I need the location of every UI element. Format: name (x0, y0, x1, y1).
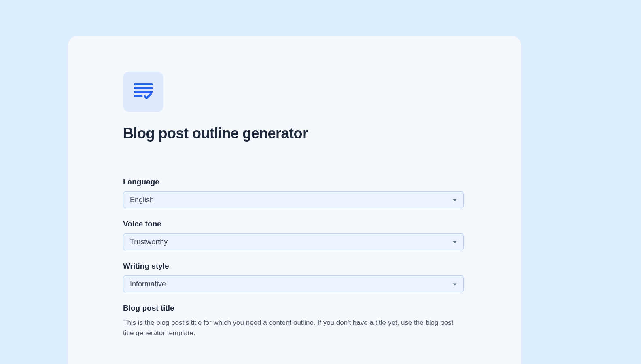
page-title: Blog post outline generator (123, 125, 473, 142)
voice-tone-selected-value: Trustworthy (130, 238, 168, 246)
writing-style-selected-value: Informative (130, 280, 166, 288)
blog-title-field: Blog post title This is the blog post's … (123, 304, 473, 338)
voice-tone-field: Voice tone Trustworthy (123, 220, 473, 250)
language-select-wrapper: English (123, 191, 464, 208)
voice-tone-select[interactable]: Trustworthy (123, 233, 464, 250)
outline-checklist-icon (133, 81, 153, 103)
app-icon-container (123, 72, 163, 112)
voice-tone-select-wrapper: Trustworthy (123, 233, 464, 250)
generator-card: Blog post outline generator Language Eng… (68, 36, 522, 364)
writing-style-select[interactable]: Informative (123, 275, 464, 292)
language-select[interactable]: English (123, 191, 464, 208)
writing-style-label: Writing style (123, 262, 473, 271)
writing-style-field: Writing style Informative (123, 262, 473, 292)
blog-title-label: Blog post title (123, 304, 473, 313)
language-label: Language (123, 178, 473, 186)
writing-style-select-wrapper: Informative (123, 275, 464, 292)
blog-title-description: This is the blog post's title for which … (123, 317, 464, 338)
voice-tone-label: Voice tone (123, 220, 473, 229)
language-selected-value: English (130, 196, 154, 204)
language-field: Language English (123, 178, 473, 208)
